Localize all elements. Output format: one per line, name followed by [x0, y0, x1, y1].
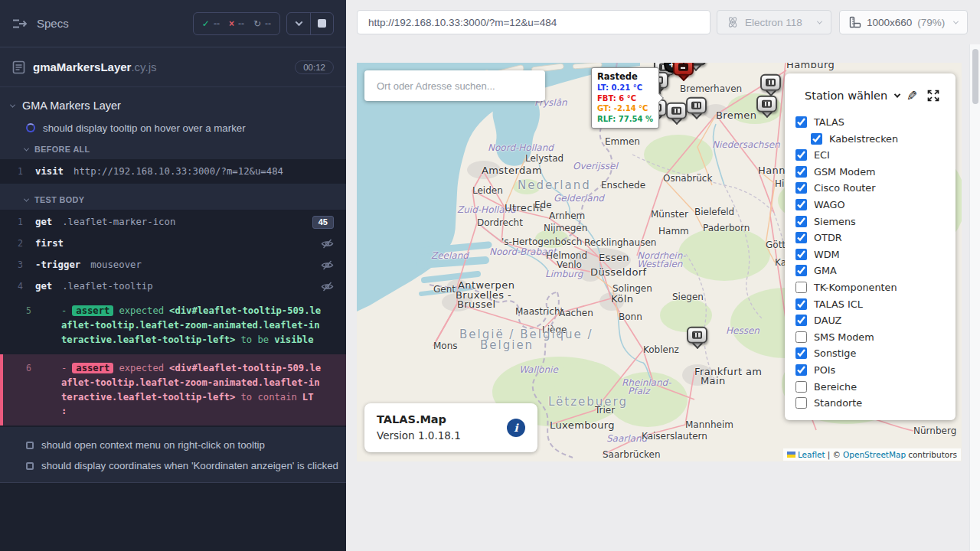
map-marker[interactable] — [686, 327, 709, 351]
leaflet-link[interactable]: Leaflet — [798, 450, 825, 459]
map-label: Emmen — [605, 136, 640, 147]
assert-badge: assert — [72, 363, 113, 373]
layer-label: OTDR — [814, 232, 842, 243]
chevron-down-icon — [295, 18, 302, 26]
command-row[interactable]: 1 get .leaflet-marker-icon 45 — [0, 211, 346, 233]
command-row[interactable]: 3 -trigger mouseover — [0, 254, 346, 276]
map-marker[interactable] — [672, 63, 695, 83]
layer-row[interactable]: Siemens — [795, 216, 956, 227]
layer-row[interactable]: POIs — [795, 364, 956, 376]
pending-test-icon — [26, 442, 34, 449]
layer-row[interactable]: WDM — [795, 249, 956, 260]
active-test-row[interactable]: should display tooltip on hover over a m… — [0, 116, 346, 139]
layer-list: TALAS Kabelstrecken ECI — [785, 112, 956, 409]
map-label: Hamburg — [786, 63, 835, 70]
test-stats: ✓-- ×-- ↻-- — [193, 12, 280, 35]
layer-checkbox[interactable] — [795, 298, 807, 310]
invisible-icon — [321, 238, 334, 249]
pending-test-row[interactable]: should display coordinates when 'Koordin… — [0, 455, 346, 476]
search-input[interactable] — [364, 70, 545, 101]
app-version: Version 1.0.18.1 — [377, 428, 461, 444]
layer-row[interactable]: Standorte — [795, 397, 956, 409]
command-message: http://192.168.10.33:3000/?m=12&u=484 — [74, 166, 283, 177]
layer-row[interactable]: DAUZ — [795, 315, 956, 326]
tooltip-value-row: GT: -2.14 °C — [597, 103, 653, 114]
layer-checkbox[interactable] — [795, 331, 807, 343]
assert-command[interactable]: 5-assertexpected<div#leaflet-tooltip-509… — [0, 297, 346, 354]
layer-checkbox[interactable] — [795, 182, 807, 194]
command-row[interactable]: 2 first — [0, 233, 346, 254]
page-scrollbar[interactable] — [969, 44, 980, 551]
viewport-scale: (79%) — [917, 17, 945, 28]
map-marker[interactable] — [685, 97, 708, 122]
layer-row[interactable]: Sonstige — [795, 347, 956, 359]
url-bar[interactable]: http://192.168.10.33:3000/?m=12&u=484 — [357, 10, 710, 34]
layer-checkbox[interactable] — [795, 315, 807, 326]
map-label: Niedersachsen — [712, 139, 780, 150]
layer-checkbox[interactable] — [795, 116, 807, 128]
layer-checkbox[interactable] — [795, 282, 807, 293]
layer-checkbox[interactable] — [795, 265, 807, 276]
layer-row[interactable]: TALAS ICL — [795, 298, 956, 310]
map-label: Lëtzebuerg — [548, 395, 628, 409]
map-label: Gent — [433, 284, 456, 295]
expand-icon[interactable] — [926, 89, 940, 103]
reporter-footer — [0, 482, 346, 551]
layer-checkbox[interactable] — [795, 397, 807, 409]
map-label: Siegen — [672, 292, 704, 302]
layer-checkbox[interactable] — [795, 166, 807, 178]
layer-checkbox[interactable] — [795, 232, 807, 243]
layer-label: Sonstige — [814, 347, 856, 359]
run-controls — [286, 12, 334, 35]
layer-row[interactable]: GMA — [795, 265, 956, 276]
map-label: Gelderland — [554, 193, 604, 204]
layer-checkbox[interactable] — [795, 149, 807, 161]
pending-test-row[interactable]: should open context menu on right-click … — [0, 435, 346, 455]
browser-select[interactable]: Electron 118 — [717, 10, 831, 34]
specs-title[interactable]: Specs — [37, 17, 69, 30]
layer-checkbox[interactable] — [795, 364, 807, 376]
layer-checkbox[interactable] — [795, 249, 807, 260]
before-all-section[interactable]: BEFORE ALL — [0, 139, 346, 159]
viewport-size-select[interactable]: 1000x660 (79%) — [839, 10, 968, 34]
collapse-all-button[interactable] — [287, 13, 310, 34]
chevron-down-icon[interactable] — [894, 91, 900, 97]
layer-checkbox[interactable] — [811, 133, 822, 145]
layer-row[interactable]: GSM Modem — [795, 166, 956, 178]
command-row[interactable]: 4 get .leaflet-tooltip — [0, 276, 346, 297]
specs-menu-icon[interactable] — [12, 18, 28, 30]
spec-file-row[interactable]: gmaMarkersLayer.cy.js 00:12 — [0, 47, 346, 87]
stop-run-button[interactable] — [310, 13, 333, 34]
layer-row[interactable]: Cisco Router — [795, 182, 956, 194]
layer-row[interactable]: Kabelstrecken — [811, 133, 956, 145]
layer-row[interactable]: ECI — [795, 149, 956, 161]
edit-icon[interactable]: ✎ — [906, 90, 917, 103]
map-marker[interactable] — [756, 96, 779, 120]
assert-command[interactable]: 6-assertexpected<div#leaflet-tooltip-509… — [0, 354, 346, 426]
scrollbar-thumb[interactable] — [972, 49, 978, 104]
layer-checkbox[interactable] — [795, 216, 807, 227]
marker-tooltip[interactable]: Rastede LT: 0.21 °CFBT: 6 °CGT: -2.14 °C… — [591, 67, 659, 129]
aut-viewport: HamburgBremerhavenBremenNiedersachsenHan… — [357, 63, 962, 461]
layer-row[interactable]: TALAS — [795, 116, 956, 128]
layer-row[interactable]: OTDR — [795, 232, 956, 243]
station-select[interactable]: Station wählen — [805, 90, 887, 102]
layer-label: Cisco Router — [814, 182, 876, 194]
map-label: Nijmegen — [544, 223, 587, 233]
layer-label: TK-Komponenten — [814, 282, 897, 293]
layer-row[interactable]: WAGO — [795, 199, 956, 210]
osm-link[interactable]: OpenStreetMap — [843, 450, 906, 459]
test-body-section[interactable]: TEST BODY — [0, 190, 346, 210]
layer-checkbox[interactable] — [795, 381, 807, 393]
info-icon[interactable]: i — [507, 419, 525, 437]
suite-row[interactable]: GMA Markers Layer — [0, 95, 346, 116]
tooltip-value-row: RLF: 77.54 % — [597, 114, 653, 125]
command-number: 4 — [0, 281, 35, 292]
map-label: Essen — [599, 252, 629, 263]
layer-row[interactable]: TK-Komponenten — [795, 282, 956, 293]
layer-checkbox[interactable] — [795, 199, 807, 210]
layer-row[interactable]: SMS Modem — [795, 331, 956, 343]
layer-checkbox[interactable] — [795, 347, 807, 359]
command-row[interactable]: 1 visit http://192.168.10.33:3000/?m=12&… — [0, 161, 346, 182]
layer-row[interactable]: Bereiche — [795, 381, 956, 393]
